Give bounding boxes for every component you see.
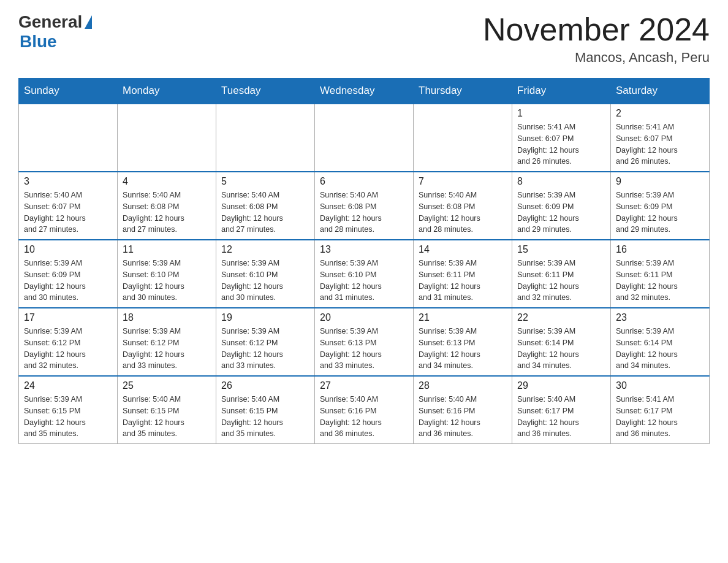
calendar-cell: 14Sunrise: 5:39 AM Sunset: 6:11 PM Dayli… xyxy=(414,240,512,308)
day-number: 1 xyxy=(517,108,605,119)
day-info: Sunrise: 5:40 AM Sunset: 6:16 PM Dayligh… xyxy=(320,394,408,440)
day-number: 4 xyxy=(123,176,211,187)
day-info: Sunrise: 5:39 AM Sunset: 6:10 PM Dayligh… xyxy=(123,258,211,304)
calendar-cell: 18Sunrise: 5:39 AM Sunset: 6:12 PM Dayli… xyxy=(118,308,216,376)
day-info: Sunrise: 5:41 AM Sunset: 6:07 PM Dayligh… xyxy=(517,121,605,167)
day-number: 10 xyxy=(24,244,112,255)
day-number: 14 xyxy=(419,244,507,255)
day-number: 12 xyxy=(221,244,309,255)
logo: General Blue xyxy=(18,12,92,52)
day-number: 21 xyxy=(419,312,507,323)
day-info: Sunrise: 5:39 AM Sunset: 6:12 PM Dayligh… xyxy=(221,326,309,372)
day-number: 6 xyxy=(320,176,408,187)
day-info: Sunrise: 5:39 AM Sunset: 6:15 PM Dayligh… xyxy=(24,394,112,440)
day-info: Sunrise: 5:39 AM Sunset: 6:14 PM Dayligh… xyxy=(616,326,704,372)
day-number: 25 xyxy=(123,380,211,391)
day-number: 11 xyxy=(123,244,211,255)
day-info: Sunrise: 5:39 AM Sunset: 6:14 PM Dayligh… xyxy=(517,326,605,372)
logo-blue-text: Blue xyxy=(20,32,57,52)
logo-general-word: General xyxy=(18,12,82,32)
day-number: 7 xyxy=(419,176,507,187)
calendar-cell: 22Sunrise: 5:39 AM Sunset: 6:14 PM Dayli… xyxy=(512,308,611,376)
calendar-week-row: 17Sunrise: 5:39 AM Sunset: 6:12 PM Dayli… xyxy=(19,308,710,376)
day-info: Sunrise: 5:40 AM Sunset: 6:16 PM Dayligh… xyxy=(419,394,507,440)
calendar-cell: 17Sunrise: 5:39 AM Sunset: 6:12 PM Dayli… xyxy=(19,308,118,376)
day-info: Sunrise: 5:39 AM Sunset: 6:11 PM Dayligh… xyxy=(517,258,605,304)
calendar-cell: 24Sunrise: 5:39 AM Sunset: 6:15 PM Dayli… xyxy=(19,376,118,444)
location-subtitle: Mancos, Ancash, Peru xyxy=(483,50,710,66)
day-number: 20 xyxy=(320,312,408,323)
day-of-week-header: Thursday xyxy=(414,79,512,104)
calendar-week-row: 24Sunrise: 5:39 AM Sunset: 6:15 PM Dayli… xyxy=(19,376,710,444)
calendar-cell: 7Sunrise: 5:40 AM Sunset: 6:08 PM Daylig… xyxy=(414,172,512,240)
calendar-week-row: 1Sunrise: 5:41 AM Sunset: 6:07 PM Daylig… xyxy=(19,104,710,172)
day-number: 2 xyxy=(616,108,704,119)
calendar-cell: 5Sunrise: 5:40 AM Sunset: 6:08 PM Daylig… xyxy=(216,172,315,240)
day-number: 3 xyxy=(24,176,112,187)
month-title: November 2024 xyxy=(483,12,710,47)
calendar-cell: 11Sunrise: 5:39 AM Sunset: 6:10 PM Dayli… xyxy=(118,240,216,308)
logo-triangle-icon xyxy=(85,15,92,29)
calendar-cell xyxy=(19,104,118,172)
day-of-week-header: Friday xyxy=(512,79,611,104)
day-info: Sunrise: 5:40 AM Sunset: 6:08 PM Dayligh… xyxy=(221,190,309,236)
calendar-cell xyxy=(216,104,315,172)
calendar-cell: 28Sunrise: 5:40 AM Sunset: 6:16 PM Dayli… xyxy=(414,376,512,444)
day-of-week-header: Monday xyxy=(118,79,216,104)
day-info: Sunrise: 5:39 AM Sunset: 6:12 PM Dayligh… xyxy=(123,326,211,372)
calendar-cell: 23Sunrise: 5:39 AM Sunset: 6:14 PM Dayli… xyxy=(611,308,710,376)
day-info: Sunrise: 5:39 AM Sunset: 6:09 PM Dayligh… xyxy=(616,190,704,236)
calendar-cell: 9Sunrise: 5:39 AM Sunset: 6:09 PM Daylig… xyxy=(611,172,710,240)
day-number: 24 xyxy=(24,380,112,391)
calendar-header-row: SundayMondayTuesdayWednesdayThursdayFrid… xyxy=(19,79,710,104)
day-number: 8 xyxy=(517,176,605,187)
day-info: Sunrise: 5:41 AM Sunset: 6:07 PM Dayligh… xyxy=(616,121,704,167)
day-number: 15 xyxy=(517,244,605,255)
day-info: Sunrise: 5:39 AM Sunset: 6:12 PM Dayligh… xyxy=(24,326,112,372)
calendar-cell: 13Sunrise: 5:39 AM Sunset: 6:10 PM Dayli… xyxy=(315,240,414,308)
day-of-week-header: Wednesday xyxy=(315,79,414,104)
calendar-cell: 26Sunrise: 5:40 AM Sunset: 6:15 PM Dayli… xyxy=(216,376,315,444)
day-info: Sunrise: 5:40 AM Sunset: 6:17 PM Dayligh… xyxy=(517,394,605,440)
day-number: 19 xyxy=(221,312,309,323)
calendar-cell xyxy=(414,104,512,172)
calendar-cell: 6Sunrise: 5:40 AM Sunset: 6:08 PM Daylig… xyxy=(315,172,414,240)
calendar-cell xyxy=(118,104,216,172)
day-of-week-header: Saturday xyxy=(611,79,710,104)
calendar-cell: 19Sunrise: 5:39 AM Sunset: 6:12 PM Dayli… xyxy=(216,308,315,376)
day-number: 23 xyxy=(616,312,704,323)
day-of-week-header: Sunday xyxy=(19,79,118,104)
calendar-cell: 29Sunrise: 5:40 AM Sunset: 6:17 PM Dayli… xyxy=(512,376,611,444)
day-number: 16 xyxy=(616,244,704,255)
calendar-cell: 10Sunrise: 5:39 AM Sunset: 6:09 PM Dayli… xyxy=(19,240,118,308)
logo-general-text: General xyxy=(18,12,92,32)
calendar-cell: 27Sunrise: 5:40 AM Sunset: 6:16 PM Dayli… xyxy=(315,376,414,444)
day-info: Sunrise: 5:40 AM Sunset: 6:08 PM Dayligh… xyxy=(320,190,408,236)
day-info: Sunrise: 5:39 AM Sunset: 6:11 PM Dayligh… xyxy=(616,258,704,304)
day-info: Sunrise: 5:39 AM Sunset: 6:09 PM Dayligh… xyxy=(517,190,605,236)
calendar-cell: 30Sunrise: 5:41 AM Sunset: 6:17 PM Dayli… xyxy=(611,376,710,444)
day-number: 9 xyxy=(616,176,704,187)
calendar-cell: 20Sunrise: 5:39 AM Sunset: 6:13 PM Dayli… xyxy=(315,308,414,376)
calendar-table: SundayMondayTuesdayWednesdayThursdayFrid… xyxy=(18,78,710,444)
day-info: Sunrise: 5:39 AM Sunset: 6:13 PM Dayligh… xyxy=(419,326,507,372)
calendar-cell: 3Sunrise: 5:40 AM Sunset: 6:07 PM Daylig… xyxy=(19,172,118,240)
calendar-cell: 8Sunrise: 5:39 AM Sunset: 6:09 PM Daylig… xyxy=(512,172,611,240)
day-info: Sunrise: 5:40 AM Sunset: 6:08 PM Dayligh… xyxy=(419,190,507,236)
day-number: 18 xyxy=(123,312,211,323)
calendar-cell xyxy=(315,104,414,172)
day-info: Sunrise: 5:39 AM Sunset: 6:11 PM Dayligh… xyxy=(419,258,507,304)
day-number: 27 xyxy=(320,380,408,391)
day-info: Sunrise: 5:40 AM Sunset: 6:08 PM Dayligh… xyxy=(123,190,211,236)
day-number: 26 xyxy=(221,380,309,391)
day-number: 30 xyxy=(616,380,704,391)
calendar-cell: 21Sunrise: 5:39 AM Sunset: 6:13 PM Dayli… xyxy=(414,308,512,376)
day-number: 29 xyxy=(517,380,605,391)
day-info: Sunrise: 5:39 AM Sunset: 6:13 PM Dayligh… xyxy=(320,326,408,372)
title-area: November 2024 Mancos, Ancash, Peru xyxy=(483,12,710,66)
day-info: Sunrise: 5:40 AM Sunset: 6:07 PM Dayligh… xyxy=(24,190,112,236)
calendar-cell: 25Sunrise: 5:40 AM Sunset: 6:15 PM Dayli… xyxy=(118,376,216,444)
calendar-cell: 1Sunrise: 5:41 AM Sunset: 6:07 PM Daylig… xyxy=(512,104,611,172)
day-info: Sunrise: 5:40 AM Sunset: 6:15 PM Dayligh… xyxy=(123,394,211,440)
day-of-week-header: Tuesday xyxy=(216,79,315,104)
